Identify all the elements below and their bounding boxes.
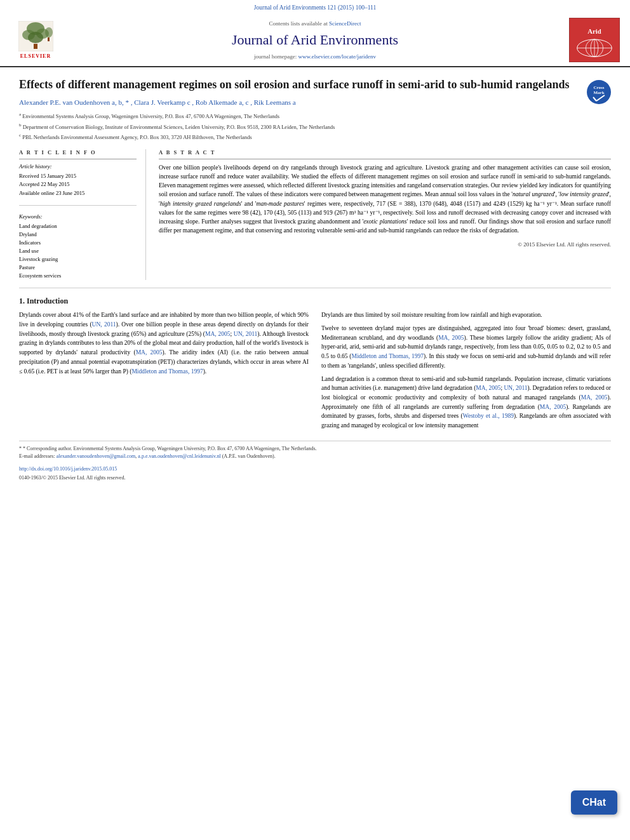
ma2005-link-2[interactable]: MA, 2005 — [136, 349, 163, 356]
middleton-link-2[interactable]: Middleton and Thomas, 1997 — [352, 353, 424, 359]
email-footnote: E-mail addresses: alexander.vanoudenhove… — [19, 453, 611, 460]
svg-text:Cross: Cross — [594, 85, 605, 90]
doi-line: http://dx.doi.org/10.1016/j.jaridenv.201… — [19, 465, 611, 473]
authors-line: Alexander P.E. van Oudenhoven a, b, * , … — [19, 98, 611, 107]
journal-ref-text: Journal of Arid Environments 121 (2015) … — [254, 4, 376, 11]
kw-pasture: Pasture — [19, 264, 137, 272]
available-line: Available online 23 June 2015 — [19, 190, 137, 197]
svg-rect-5 — [34, 44, 37, 49]
westoby-link[interactable]: Westoby et al., 1989 — [463, 413, 514, 419]
article-history: Article history: Received 15 January 201… — [19, 163, 137, 198]
email2-link[interactable]: a.p.e.van.oudenhoven@cnl.leidenuniv.nl — [138, 453, 220, 459]
kw-land-use: Land use — [19, 248, 137, 255]
arid-logo-icon: Arid — [570, 18, 619, 62]
homepage-label: journal homepage: www.elsevier.com/locat… — [61, 53, 569, 61]
doi-link[interactable]: http://dx.doi.org/10.1016/j.jaridenv.201… — [19, 466, 117, 472]
email1-link[interactable]: alexander.vanoudenhoven@gmail.com — [57, 453, 136, 459]
abstract-paragraph: Over one billion people's livelihoods de… — [159, 163, 611, 236]
crossmark-badge: Cross Mark — [587, 80, 611, 104]
elsevier-logo: ELSEVIER — [10, 21, 61, 60]
two-col-section: A R T I C L E I N F O Article history: R… — [19, 149, 611, 281]
svg-rect-7 — [48, 37, 50, 41]
article-info-label: A R T I C L E I N F O — [19, 149, 137, 159]
author-names: Alexander P.E. van Oudenhoven a, b, * , … — [19, 98, 296, 106]
affil-c: c PBL Netherlands Environmental Assessme… — [19, 132, 611, 142]
kw-livestock: Livestock grazing — [19, 256, 137, 263]
abstract-section: A B S T R A C T Over one billion people'… — [159, 149, 611, 281]
kw-land-degradation: Land degradation — [19, 223, 137, 230]
middleton-link-1[interactable]: Middleton and Thomas, 1997 — [131, 368, 203, 375]
intro-para-1: Drylands cover about 41% of the Earth's … — [19, 310, 309, 376]
kw-indicators: Indicators — [19, 239, 137, 247]
article-info: A R T I C L E I N F O Article history: R… — [19, 149, 146, 281]
main-content: Cross Mark Effects of different manageme… — [0, 67, 630, 492]
intro-heading: 1. Introduction — [19, 296, 611, 307]
intro-para-right-3: Land degradation is a common threat to s… — [321, 375, 611, 430]
star-footnote: * * Corresponding author. Environmental … — [19, 445, 611, 453]
un2011-link-2[interactable]: UN, 2011 — [234, 331, 258, 337]
journal-main-title: Journal of Arid Environments — [61, 30, 569, 50]
ma2005-link-1[interactable]: MA, 2005 — [205, 331, 230, 337]
received-line: Received 15 January 2015 — [19, 173, 137, 180]
journal-center: Contents lists available at ScienceDirec… — [61, 20, 569, 60]
accepted-line: Accepted 22 May 2015 — [19, 181, 137, 189]
journal-ref-line: Journal of Arid Environments 121 (2015) … — [0, 0, 630, 14]
un2011-link-3[interactable]: UN, 2011 — [504, 385, 527, 391]
elsevier-tree-icon — [18, 21, 53, 51]
crossmark-icon: Cross Mark — [587, 80, 611, 104]
arid-logo: Arid — [569, 18, 620, 62]
journal-header: Journal of Arid Environments 121 (2015) … — [0, 0, 630, 67]
abstract-text: Over one billion people's livelihoods de… — [159, 163, 611, 236]
keywords-section: Keywords: Land degradation Dryland Indic… — [19, 213, 137, 279]
un2011-link-1[interactable]: UN, 2011 — [92, 321, 116, 328]
contents-available: Contents lists available at ScienceDirec… — [61, 20, 569, 28]
intro-para-right-2: Twelve to seventeen dryland major types … — [321, 324, 611, 371]
ma2005-link-5[interactable]: MA, 2005 — [581, 394, 608, 401]
elsevier-label-text: ELSEVIER — [20, 53, 51, 60]
kw-dryland: Dryland — [19, 231, 137, 239]
crossmark-area: Cross Mark — [587, 80, 611, 104]
chat-button[interactable]: CHat — [571, 790, 617, 815]
intro-columns: Drylands cover about 41% of the Earth's … — [19, 310, 611, 434]
intro-para-right-1: Drylands are thus limited by soil moistu… — [321, 310, 611, 320]
copyright-line: © 2015 Elsevier Ltd. All rights reserved… — [159, 241, 611, 249]
introduction-section: 1. Introduction Drylands cover about 41%… — [19, 296, 611, 434]
svg-point-6 — [45, 27, 53, 37]
paper-title: Effects of different management regimes … — [19, 77, 611, 92]
kw-ecosystem: Ecosystem services — [19, 272, 137, 280]
ma2005-link-3[interactable]: MA, 2005 — [438, 335, 464, 341]
abstract-label: A B S T R A C T — [159, 149, 611, 159]
svg-text:Arid: Arid — [587, 28, 601, 36]
svg-text:Mark: Mark — [593, 90, 604, 95]
ma2005-link-4[interactable]: MA, 2005 — [476, 385, 500, 391]
header-banner: ELSEVIER Contents lists available at Sci… — [0, 14, 630, 67]
ma2005-link-6[interactable]: MA, 2005 — [540, 404, 566, 410]
sciencedirect-link[interactable]: ScienceDirect — [329, 20, 361, 27]
intro-left-col: Drylands cover about 41% of the Earth's … — [19, 310, 309, 434]
keywords-list: Land degradation Dryland Indicators Land… — [19, 223, 137, 279]
history-title: Article history: — [19, 163, 137, 171]
issn-line: 0140-1963/© 2015 Elsevier Ltd. All right… — [19, 474, 611, 482]
footnote-area: * * Corresponding author. Environmental … — [19, 441, 611, 482]
affiliations: a Environmental Systems Analysis Group, … — [19, 111, 611, 142]
intro-right-col: Drylands are thus limited by soil moistu… — [321, 310, 611, 434]
keywords-title: Keywords: — [19, 213, 137, 221]
chat-button-area: CHat — [571, 790, 617, 815]
homepage-url[interactable]: www.elsevier.com/locate/jaridenv — [298, 53, 376, 60]
svg-point-4 — [28, 32, 43, 43]
affil-b: b Department of Conservation Biology, In… — [19, 122, 611, 131]
affil-a: a Environmental Systems Analysis Group, … — [19, 111, 611, 121]
